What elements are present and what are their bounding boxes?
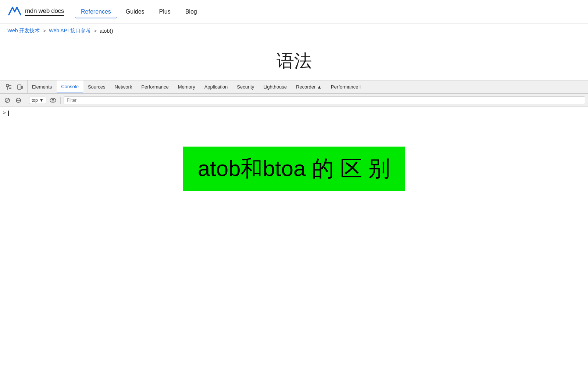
breadcrumb-separator-1: > (43, 28, 46, 34)
context-selector[interactable]: top ▼ (29, 97, 46, 104)
toolbar-divider-2 (60, 97, 61, 104)
page-title: 语法 (0, 49, 588, 73)
nav-guides[interactable]: Guides (120, 6, 150, 18)
mdn-logo-icon (7, 4, 22, 19)
svg-point-7 (50, 98, 56, 102)
nav-references[interactable]: References (75, 6, 117, 18)
tab-sources[interactable]: Sources (83, 80, 110, 93)
top-navigation: mdn web docs References Guides Plus Blog (0, 0, 588, 24)
tab-recorder[interactable]: Recorder ▲ (292, 80, 327, 93)
nav-plus[interactable]: Plus (153, 6, 177, 18)
breadcrumb-current: atob() (100, 28, 113, 34)
tab-memory[interactable]: Memory (174, 80, 200, 93)
devtools-panel: Elements Console Sources Network Perform… (0, 80, 588, 320)
filter-input[interactable] (64, 96, 585, 104)
tab-security[interactable]: Security (232, 80, 259, 93)
context-label: top (32, 98, 38, 103)
devtools-toolbar: top ▼ (0, 94, 588, 107)
block-icon[interactable] (14, 96, 23, 105)
tab-network[interactable]: Network (110, 80, 137, 93)
tab-performance[interactable]: Performance (137, 80, 173, 93)
tab-performance-insights[interactable]: Performance i (327, 80, 366, 93)
tab-lighthouse[interactable]: Lighthouse (259, 80, 292, 93)
devtools-icons-group (1, 80, 28, 93)
tab-console[interactable]: Console (57, 80, 83, 93)
green-banner-text: atob和btoa 的 区 别 (198, 156, 391, 181)
tab-elements[interactable]: Elements (28, 80, 57, 93)
svg-line-4 (6, 99, 9, 102)
eye-icon[interactable] (49, 96, 57, 105)
device-toolbar-icon[interactable] (15, 83, 24, 91)
console-chevron: > (3, 110, 6, 115)
svg-point-8 (52, 99, 54, 101)
inspect-element-icon[interactable] (4, 83, 13, 91)
nav-blog[interactable]: Blog (179, 6, 203, 18)
breadcrumb-separator-2: > (94, 28, 97, 34)
tab-application[interactable]: Application (200, 80, 233, 93)
green-banner-container: atob和btoa 的 区 别 (0, 117, 588, 206)
page-title-section: 语法 (0, 38, 588, 80)
breadcrumb: Web 开发技术 > Web API 接口参考 > atob() (0, 24, 588, 38)
breadcrumb-web-dev[interactable]: Web 开发技术 (7, 28, 40, 34)
mdn-logo-text: mdn web docs (25, 7, 64, 16)
devtools-tabbar: Elements Console Sources Network Perform… (0, 80, 588, 94)
mdn-logo[interactable]: mdn web docs (7, 4, 64, 19)
green-banner: atob和btoa 的 区 别 (183, 147, 405, 191)
svg-rect-0 (6, 84, 8, 87)
console-output: > atob和btoa 的 区 别 (0, 107, 588, 320)
toolbar-divider (26, 97, 26, 104)
console-prompt-line: > (0, 108, 588, 117)
svg-rect-2 (21, 86, 22, 89)
breadcrumb-web-api[interactable]: Web API 接口参考 (49, 28, 91, 34)
context-dropdown-icon: ▼ (39, 98, 44, 103)
clear-console-icon[interactable] (3, 96, 12, 105)
console-cursor (8, 111, 9, 116)
svg-rect-1 (18, 85, 21, 89)
devtools-tabs: Elements Console Sources Network Perform… (28, 80, 587, 93)
nav-links: References Guides Plus Blog (75, 8, 203, 15)
